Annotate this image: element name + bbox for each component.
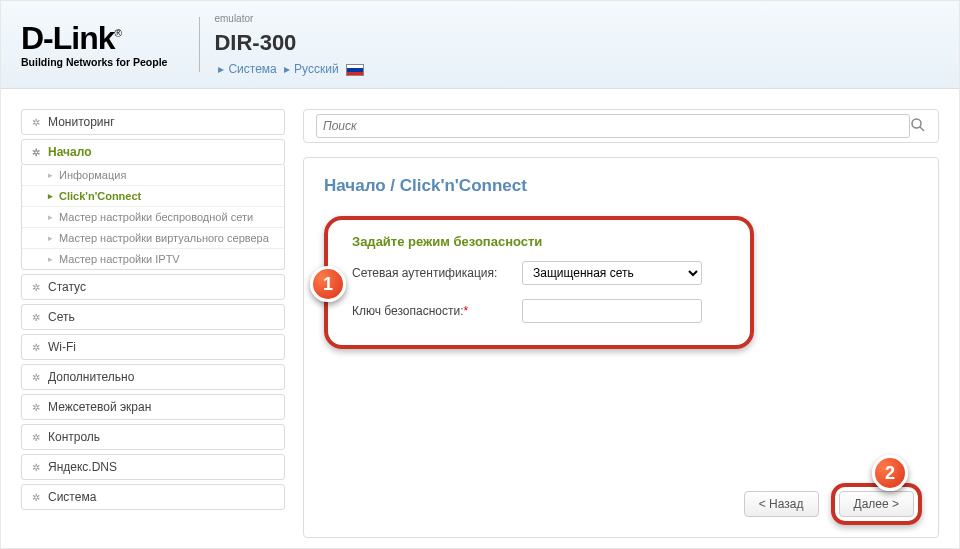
search-input[interactable] bbox=[316, 114, 910, 138]
annotation-marker-2: 2 bbox=[872, 455, 908, 491]
sidebar-sub-wireless-wizard[interactable]: ▸Мастер настройки беспроводной сети bbox=[22, 206, 284, 227]
sidebar-item-start[interactable]: ✲Начало bbox=[21, 139, 285, 165]
sidebar-sub-clicknconnect[interactable]: ▸Click'n'Connect bbox=[22, 185, 284, 206]
gear-icon: ✲ bbox=[32, 462, 40, 473]
chevron-right-icon: ▸ bbox=[48, 170, 53, 180]
section-title: Задайте режим безопасности bbox=[352, 234, 726, 249]
footer-buttons: < Назад 2 Далее > bbox=[744, 483, 922, 525]
header: D-Link® Building Networks for People emu… bbox=[1, 1, 959, 89]
device-model: DIR-300 bbox=[214, 30, 364, 56]
sidebar: ✲Мониторинг ✲Начало ▸Информация ▸Click'n… bbox=[21, 109, 285, 538]
logo: D-Link® Building Networks for People bbox=[21, 22, 167, 68]
sidebar-sub-iptv-wizard[interactable]: ▸Мастер настройки IPTV bbox=[22, 248, 284, 269]
logo-subtitle: Building Networks for People bbox=[21, 56, 167, 68]
search-box bbox=[303, 109, 939, 143]
auth-label: Сетевая аутентификация: bbox=[352, 266, 522, 280]
sidebar-item-advanced[interactable]: ✲Дополнительно bbox=[21, 364, 285, 390]
sidebar-item-network[interactable]: ✲Сеть bbox=[21, 304, 285, 330]
chevron-right-icon: ▸ bbox=[48, 191, 53, 201]
chevron-right-icon: ▸ bbox=[48, 254, 53, 264]
sidebar-item-status[interactable]: ✲Статус bbox=[21, 274, 285, 300]
key-label: Ключ безопасности:* bbox=[352, 304, 522, 318]
gear-icon: ✲ bbox=[32, 312, 40, 323]
header-right: emulator DIR-300 ▸Система ▸Русский bbox=[214, 13, 364, 76]
content: Начало / Click'n'Connect 1 Задайте режим… bbox=[303, 157, 939, 538]
crumb-system[interactable]: Система bbox=[228, 62, 276, 76]
gear-icon: ✲ bbox=[32, 402, 40, 413]
auth-select[interactable]: Защищенная сеть bbox=[522, 261, 702, 285]
back-button[interactable]: < Назад bbox=[744, 491, 819, 517]
gear-icon: ✲ bbox=[32, 432, 40, 443]
row-auth: Сетевая аутентификация: Защищенная сеть bbox=[352, 261, 726, 285]
security-key-input[interactable] bbox=[522, 299, 702, 323]
flag-icon bbox=[346, 64, 364, 76]
sidebar-sub-info[interactable]: ▸Информация bbox=[22, 165, 284, 185]
gear-icon: ✲ bbox=[32, 342, 40, 353]
highlight-form: 1 Задайте режим безопасности Сетевая аут… bbox=[324, 216, 754, 349]
svg-point-0 bbox=[912, 119, 921, 128]
sidebar-sublist: ▸Информация ▸Click'n'Connect ▸Мастер нас… bbox=[21, 165, 285, 270]
sidebar-item-control[interactable]: ✲Контроль bbox=[21, 424, 285, 450]
chevron-right-icon: ▸ bbox=[48, 233, 53, 243]
page-title: Начало / Click'n'Connect bbox=[324, 176, 918, 196]
breadcrumb: ▸Система ▸Русский bbox=[214, 62, 364, 76]
security-section: 1 Задайте режим безопасности Сетевая аут… bbox=[324, 216, 918, 349]
row-key: Ключ безопасности:* bbox=[352, 299, 726, 323]
gear-icon: ✲ bbox=[32, 372, 40, 383]
divider bbox=[199, 17, 200, 72]
gear-icon: ✲ bbox=[32, 492, 40, 503]
gear-icon: ✲ bbox=[32, 147, 40, 158]
sidebar-item-yandexdns[interactable]: ✲Яндекс.DNS bbox=[21, 454, 285, 480]
gear-icon: ✲ bbox=[32, 282, 40, 293]
sidebar-item-wifi[interactable]: ✲Wi-Fi bbox=[21, 334, 285, 360]
highlight-next: 2 Далее > bbox=[831, 483, 923, 525]
main-panel: Начало / Click'n'Connect 1 Задайте режим… bbox=[303, 109, 939, 538]
logo-text: D-Link® bbox=[21, 22, 121, 54]
crumb-language[interactable]: Русский bbox=[294, 62, 339, 76]
gear-icon: ✲ bbox=[32, 117, 40, 128]
next-button[interactable]: Далее > bbox=[839, 491, 915, 517]
sidebar-item-system[interactable]: ✲Система bbox=[21, 484, 285, 510]
emulator-label: emulator bbox=[214, 13, 364, 24]
annotation-marker-1: 1 bbox=[310, 266, 346, 302]
svg-line-1 bbox=[920, 127, 924, 131]
sidebar-item-firewall[interactable]: ✲Межсетевой экран bbox=[21, 394, 285, 420]
sidebar-item-monitoring[interactable]: ✲Мониторинг bbox=[21, 109, 285, 135]
search-icon[interactable] bbox=[910, 117, 926, 136]
sidebar-sub-vserver-wizard[interactable]: ▸Мастер настройки виртуального сервера bbox=[22, 227, 284, 248]
chevron-right-icon: ▸ bbox=[48, 212, 53, 222]
